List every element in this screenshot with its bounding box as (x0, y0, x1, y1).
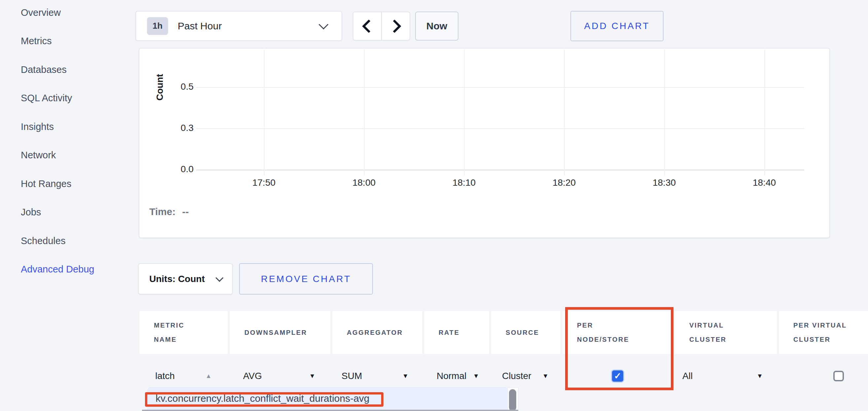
next-time-button[interactable] (381, 12, 409, 40)
units-select-label: Units: Count (149, 274, 205, 284)
sidebar-item-insights[interactable]: Insights (21, 112, 130, 141)
column-header-metric-name: METRIC NAME (140, 311, 228, 354)
column-header-source: SOURCE (491, 311, 560, 354)
caret-down-icon: ▼ (542, 372, 549, 380)
virtual-cluster-value: All (682, 371, 693, 381)
column-header-per-node-store: PER NODE/STORE (562, 311, 673, 354)
y-gridline (196, 128, 804, 129)
time-value: -- (182, 206, 189, 217)
chevron-right-icon (388, 19, 401, 33)
rate-value: Normal (437, 371, 466, 381)
time-range-picker[interactable]: 1h Past Hour (135, 11, 342, 41)
sidebar: Overview Metrics Databases SQL Activity … (21, 0, 130, 284)
chevron-left-icon (362, 19, 375, 33)
column-header-virtual-cluster: VIRTUAL CLUSTER (675, 311, 777, 354)
chart-plot: 0.00.30.517:5018:0018:1018:2018:3018:40 (140, 48, 829, 238)
x-tick-label: 18:10 (441, 177, 487, 188)
dropdown-scrollbar-thumb[interactable] (509, 389, 516, 411)
dropdown-clipped-next-item (142, 410, 518, 411)
x-tick-label: 18:30 (641, 177, 687, 188)
x-tick-label: 18:40 (741, 177, 787, 188)
x-gridline (564, 49, 565, 175)
y-gridline (196, 87, 804, 88)
x-gridline (464, 49, 465, 175)
column-header-label: DOWNSAMPLER (244, 326, 307, 340)
sidebar-item-schedules[interactable]: Schedules (21, 227, 130, 255)
column-header-label: AGGREGATOR (347, 326, 403, 340)
chevron-down-icon (215, 274, 223, 282)
chevron-down-icon (319, 20, 329, 30)
time-label: Time: (149, 206, 175, 217)
caret-down-icon: ▼ (473, 372, 479, 380)
column-header-label: SOURCE (506, 326, 539, 340)
sidebar-item-hot-ranges[interactable]: Hot Ranges (21, 170, 130, 198)
sidebar-item-databases[interactable]: Databases (21, 56, 130, 84)
autocomplete-suggestion[interactable]: kv.concurrency.latch_conflict_wait_durat… (156, 393, 370, 404)
y-gridline (196, 170, 804, 171)
remove-chart-button[interactable]: REMOVE CHART (239, 263, 373, 295)
downsampler-value: AVG (243, 371, 262, 381)
sidebar-item-jobs[interactable]: Jobs (21, 198, 130, 227)
column-header-rate: RATE (424, 311, 489, 354)
column-header-aggregator: AGGREGATOR (332, 311, 422, 354)
per-virtual-cluster-checkbox[interactable] (833, 371, 844, 381)
time-range-badge: 1h (147, 17, 168, 35)
units-select[interactable]: Units: Count (138, 263, 233, 295)
y-tick-label: 0.0 (154, 164, 193, 174)
column-header-downsampler: DOWNSAMPLER (230, 311, 330, 354)
add-chart-button[interactable]: ADD CHART (570, 11, 663, 41)
aggregator-value: SUM (342, 371, 362, 381)
sidebar-item-network[interactable]: Network (21, 141, 130, 170)
column-header-label: PER NODE/STORE (577, 318, 643, 347)
x-tick-label: 17:50 (241, 177, 287, 188)
x-gridline (264, 49, 265, 175)
column-header-label: METRIC NAME (154, 318, 197, 347)
metric-name-value: latch (155, 371, 175, 381)
metric-name-input[interactable]: latch ▲ (140, 363, 228, 389)
metric-autocomplete-dropdown: kv.concurrency.latch_conflict_wait_durat… (148, 387, 508, 411)
column-header-label: VIRTUAL CLUSTER (689, 318, 742, 347)
source-value: Cluster (502, 371, 531, 381)
hover-time-readout: Time: -- (149, 206, 189, 217)
virtual-cluster-select[interactable]: All ▼ (675, 363, 777, 389)
caret-down-icon: ▼ (757, 372, 763, 380)
column-header-per-virtual-cluster: PER VIRTUAL CLUSTER (779, 311, 868, 354)
sidebar-item-advanced-debug[interactable]: Advanced Debug (21, 255, 130, 284)
time-pager (353, 11, 410, 41)
per-node-store-cell: ✓ (562, 363, 673, 389)
sidebar-item-sql-activity[interactable]: SQL Activity (21, 84, 130, 113)
x-gridline (764, 49, 765, 175)
per-virtual-cluster-cell (779, 363, 868, 389)
time-range-label: Past Hour (178, 21, 222, 32)
y-tick-label: 0.3 (154, 123, 193, 133)
column-header-label: RATE (439, 326, 459, 340)
per-node-store-checkbox[interactable]: ✓ (612, 370, 623, 382)
x-gridline (364, 49, 365, 175)
x-tick-label: 18:00 (341, 177, 387, 188)
x-tick-label: 18:20 (541, 177, 587, 188)
y-tick-label: 0.5 (154, 81, 193, 92)
now-button[interactable]: Now (415, 11, 459, 41)
prev-time-button[interactable] (353, 12, 381, 40)
aggregator-select[interactable]: SUM ▼ (332, 363, 422, 389)
source-select[interactable]: Cluster ▼ (491, 363, 560, 389)
column-header-label: PER VIRTUAL CLUSTER (793, 318, 866, 347)
caret-up-icon: ▲ (206, 372, 212, 380)
downsampler-select[interactable]: AVG ▼ (230, 363, 330, 389)
chart-card: Count 0.00.30.517:5018:0018:1018:2018:30… (139, 48, 830, 238)
caret-down-icon: ▼ (402, 372, 409, 380)
sidebar-item-overview[interactable]: Overview (21, 0, 130, 27)
sidebar-item-metrics[interactable]: Metrics (21, 27, 130, 56)
caret-down-icon: ▼ (309, 372, 315, 380)
rate-select[interactable]: Normal ▼ (424, 363, 489, 389)
x-gridline (664, 49, 665, 175)
